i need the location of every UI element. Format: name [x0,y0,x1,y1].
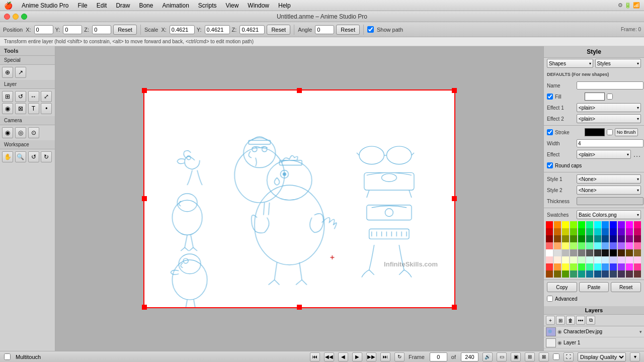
swatch-cell[interactable] [562,249,569,256]
swatch-cell[interactable] [602,221,609,228]
swatch-cell[interactable] [602,235,609,242]
swatch-cell[interactable] [626,228,633,235]
menu-help[interactable]: Help [274,2,295,10]
swatch-cell[interactable] [562,242,569,249]
x-input[interactable] [34,25,53,34]
swatch-cell[interactable] [562,256,569,263]
swatch-cell[interactable] [634,228,641,235]
swatch-cell[interactable] [554,221,561,228]
swatch-cell[interactable] [578,242,585,249]
swatch-cell[interactable] [546,256,553,263]
swatch-cell[interactable] [634,249,641,256]
swatch-cell[interactable] [634,263,641,270]
layer-item-0[interactable]: ◉ CharacterDev.jpg ▾ [544,326,644,337]
swatch-cell[interactable] [610,242,617,249]
swatch-cell[interactable] [570,263,577,270]
fullscreen-button[interactable]: ⛶ [564,352,574,361]
swatch-cell[interactable] [562,235,569,242]
swatch-cell[interactable] [618,263,625,270]
swatch-cell[interactable] [594,242,601,249]
swatch-cell[interactable] [594,235,601,242]
layer-group-btn[interactable]: ⊞ [556,316,565,325]
menu-edit[interactable]: Edit [93,2,111,10]
go-start-button[interactable]: ⏮ [310,352,320,361]
swatch-cell[interactable] [586,249,593,256]
canvas[interactable] [143,89,455,308]
tool-rotate[interactable]: ↺ [15,91,26,102]
swatch-cell[interactable] [602,242,609,249]
swatch-cell[interactable] [602,270,609,278]
menu-animation[interactable]: Animation [158,2,193,10]
next-frame-button[interactable]: ▶▶ [366,352,376,361]
swatch-cell[interactable] [610,263,617,270]
swatch-cell[interactable] [570,235,577,242]
swatch-cell[interactable] [626,256,633,263]
swatch-cell[interactable] [594,221,601,228]
audio-button[interactable]: 🔊 [482,352,493,361]
swatch-cell[interactable] [578,249,585,256]
swatch-cell[interactable] [586,221,593,228]
fill-color-swatch[interactable] [585,93,605,101]
view-checkbox[interactable] [553,353,559,360]
styles-dropdown[interactable]: Styles▾ [595,59,641,68]
swatches-file-dropdown[interactable]: Basic Colors.png▾ [577,210,641,219]
round-caps-checkbox[interactable] [547,162,553,168]
name-input[interactable] [577,81,643,89]
swatch-cell[interactable] [618,242,625,249]
tool-scale2[interactable]: ↔ [28,91,39,102]
swatch-cell[interactable] [554,263,561,270]
swatch-cell[interactable] [570,228,577,235]
swatch-cell[interactable] [618,249,625,256]
sx-input[interactable] [170,25,195,34]
layer-add-btn[interactable]: + [546,316,555,325]
swatch-cell[interactable] [570,270,577,278]
swatch-cell[interactable] [554,270,561,278]
swatch-cell[interactable] [562,263,569,270]
swatch-cell[interactable] [546,270,553,278]
z-input[interactable] [92,25,111,34]
layer-eye-1[interactable]: ◉ [557,340,562,345]
swatch-cell[interactable] [570,256,577,263]
paste-style-button[interactable]: Paste [579,282,609,292]
reset-style-button[interactable]: Reset [611,282,641,292]
stroke-effect-dropdown[interactable]: <plain>▾ [577,150,631,159]
layer-duplicate-btn[interactable]: ⧉ [586,316,595,325]
y-input[interactable] [63,25,82,34]
menu-file[interactable]: File [73,2,91,10]
tool-transform[interactable]: ↗ [15,67,26,78]
swatch-cell[interactable] [634,270,641,278]
menu-bone[interactable]: Bone [135,2,157,10]
menu-scripts[interactable]: Scripts [194,2,221,10]
style1-dropdown[interactable]: <None>▾ [577,174,641,184]
swatch-cell[interactable] [554,235,561,242]
swatch-cell[interactable] [578,228,585,235]
swatch-cell[interactable] [634,242,641,249]
maximize-button[interactable] [21,14,27,20]
prev-keyframe-button[interactable]: ◀◀ [324,352,334,361]
swatch-cell[interactable] [618,228,625,235]
swatch-cell[interactable] [578,256,585,263]
prev-frame-button[interactable]: ◀ [338,352,348,361]
swatch-cell[interactable] [546,242,553,249]
swatch-cell[interactable] [594,228,601,235]
swatch-cell[interactable] [586,270,593,278]
swatch-cell[interactable] [602,249,609,256]
swatch-cell[interactable] [634,235,641,242]
swatch-cell[interactable] [594,270,601,278]
swatch-cell[interactable] [554,256,561,263]
frame-input[interactable] [430,352,447,361]
swatch-cell[interactable] [586,228,593,235]
layer-item-1[interactable]: ◉ Layer 1 [544,337,644,348]
tool-cw[interactable]: ↻ [41,151,52,162]
advanced-checkbox[interactable] [547,296,553,302]
effect1-dropdown[interactable]: <plain>▾ [577,103,641,112]
stroke-color-swatch[interactable] [585,128,605,136]
fill-checkbox[interactable] [547,94,553,100]
swatch-cell[interactable] [602,263,609,270]
swatch-cell[interactable] [610,256,617,263]
play-button[interactable]: ▶ [352,352,362,361]
swatch-cell[interactable] [594,249,601,256]
apple-menu[interactable]: 🍎 [4,2,13,10]
swatch-cell[interactable] [546,235,553,242]
tool-shear[interactable]: ⤢ [41,91,52,102]
